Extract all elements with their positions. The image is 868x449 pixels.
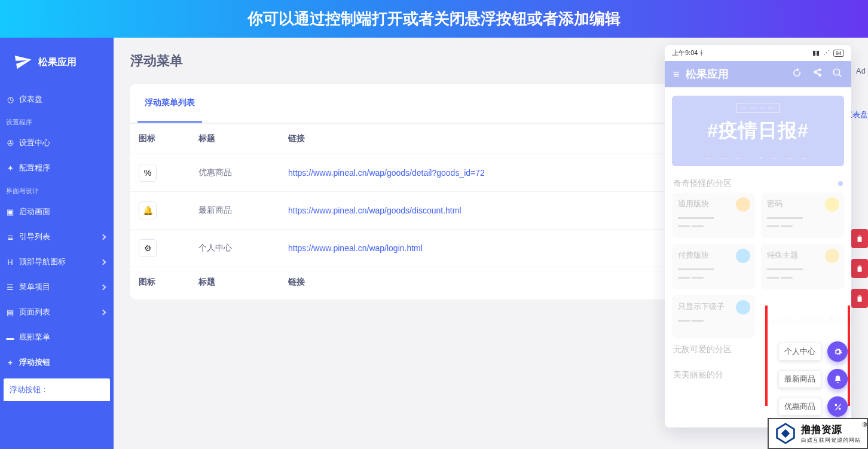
chevron-right-icon — [100, 284, 106, 290]
nav-bottom-menu[interactable]: ▬底部菜单 — [0, 325, 114, 350]
th-icon: 图标 — [130, 124, 190, 154]
cell-icon: ⚙ — [130, 230, 190, 267]
gear-icon: ⚙ — [139, 239, 157, 257]
search-icon[interactable] — [832, 68, 843, 81]
bluetooth-icon: ᚼ — [699, 49, 704, 56]
phone-statusbar: 上午9:04 ᚼ ▮▮ ⋰ 94 — [665, 45, 851, 61]
phone-card-subonly[interactable]: 只显示下级子 ▬▬ ▬▬ — [672, 295, 755, 338]
phone-card-general[interactable]: 通用版块 ▬▬▬▬▬▬▬▬ ▬▬ — [672, 193, 755, 238]
float-btn-bell[interactable] — [827, 369, 848, 389]
sliders-icon: ✇ — [6, 139, 14, 148]
tf-icon: 图标 — [130, 267, 190, 298]
nav-group-ui: 界面与设计 — [0, 181, 114, 199]
nav-group-config: 设置程序 — [0, 112, 114, 130]
badge-icon — [736, 197, 750, 212]
app-shell: 松果应用 ◷仪表盘 设置程序 ✇设置中心 ✦配置程序 界面与设计 ▣启动画面 ≣… — [0, 38, 868, 449]
sidebar: 松果应用 ◷仪表盘 设置程序 ✇设置中心 ✦配置程序 界面与设计 ▣启动画面 ≣… — [0, 38, 114, 449]
phone-card-password[interactable]: 密码 ▬▬▬▬▬▬▬▬ ▬▬ — [761, 193, 844, 238]
watermark-logo-icon — [775, 423, 796, 444]
hamburger-icon[interactable]: ≡ — [673, 68, 680, 81]
phone-topbar: ≡ 松果应用 — [665, 61, 851, 87]
float-label-personal[interactable]: 个人中心 — [778, 343, 821, 361]
chevron-right-icon — [100, 309, 106, 315]
float-btn-percent[interactable] — [827, 396, 848, 417]
nav-float-button[interactable]: +浮动按钮 — [0, 350, 114, 375]
row-link[interactable]: https://www.pineal.cn/wap/goods/detail?g… — [288, 168, 485, 178]
cell-icon: % — [130, 154, 190, 192]
nav-page-list[interactable]: ▤页面列表 — [0, 300, 114, 325]
badge-icon — [736, 249, 750, 263]
badge-icon — [825, 249, 839, 263]
phone-card-special[interactable]: 特殊主题 ▬▬▬▬▬▬▬▬ ▬▬ — [761, 244, 844, 289]
cell-icon: 🔔 — [130, 192, 190, 230]
row-link[interactable]: https://www.pineal.cn/wap/goods/discount… — [288, 206, 461, 215]
float-label-newest[interactable]: 最新商品 — [778, 370, 821, 388]
signal-icon: ▮▮ — [812, 49, 820, 57]
cell-title: 个人中心 — [190, 230, 280, 267]
tf-title: 标题 — [190, 267, 280, 298]
paper-plane-icon — [14, 52, 32, 72]
tab-float-menu-list[interactable]: 浮动菜单列表 — [137, 84, 202, 123]
percent-icon: % — [139, 164, 157, 182]
nav-dashboard[interactable]: ◷仪表盘 — [0, 87, 114, 112]
phone-hero-banner[interactable]: — — — — #疫情日报# — — — • — — — — [672, 96, 844, 166]
cell-title: 最新商品 — [190, 192, 280, 230]
nav-config-program[interactable]: ✦配置程序 — [0, 155, 114, 181]
heading-icon: H — [6, 258, 14, 267]
wifi-icon: ⋰ — [823, 49, 830, 57]
brand-name: 松果应用 — [38, 56, 77, 69]
bell-icon: 🔔 — [139, 201, 157, 219]
nav-top-nav-icon[interactable]: H顶部导航图标 — [0, 249, 114, 274]
nav-float-button-sub[interactable]: 浮动按钮： — [4, 378, 110, 401]
th-title: 标题 — [190, 124, 280, 154]
dot-icon — [838, 181, 843, 186]
plus-icon: + — [6, 358, 14, 367]
watermark-badge: 撸撸资源® 白嫖互联网资源的网站 — [768, 418, 868, 449]
top-banner: 你可以通过控制端打开或者关闭悬浮按钮或者添加编辑 — [0, 0, 868, 38]
screen-icon: ▣ — [6, 207, 14, 216]
battery-icon: 94 — [833, 50, 844, 57]
wrench-icon: ✦ — [6, 164, 14, 173]
bar-icon: ▬ — [6, 333, 14, 342]
brand[interactable]: 松果应用 — [0, 48, 114, 87]
phone-float-menu: 个人中心 最新商品 优惠商品 — [768, 338, 851, 424]
menu-icon: ☰ — [6, 283, 14, 292]
gauge-icon: ◷ — [6, 95, 14, 104]
nav-menu-items[interactable]: ☰菜单项目 — [0, 274, 114, 300]
phone-card-paid[interactable]: 付费版块 ▬▬▬▬▬▬▬▬ ▬▬ — [672, 244, 755, 289]
banner-text: 你可以通过控制端打开或者关闭悬浮按钮或者添加编辑 — [247, 8, 621, 29]
badge-icon — [736, 300, 750, 314]
cell-title: 优惠商品 — [190, 154, 280, 192]
nav-guide-list[interactable]: ≣引导列表 — [0, 224, 114, 249]
nav-settings-center[interactable]: ✇设置中心 — [0, 130, 114, 155]
badge-icon — [825, 197, 839, 212]
row-link[interactable]: https://www.pineal.cn/wap/login.html — [288, 243, 423, 253]
chevron-right-icon — [100, 234, 106, 240]
float-btn-gear[interactable] — [827, 341, 848, 362]
share-icon[interactable] — [812, 68, 823, 81]
nav-startup-screen[interactable]: ▣启动画面 — [0, 199, 114, 224]
chevron-right-icon — [100, 259, 106, 265]
phone-section-1: 奇奇怪怪的分区 — [665, 172, 851, 193]
phone-app-title: 松果应用 — [686, 67, 729, 81]
list-icon: ≣ — [6, 233, 14, 242]
pages-icon: ▤ — [6, 308, 14, 317]
float-label-discount[interactable]: 优惠商品 — [778, 398, 821, 416]
phone-preview: 上午9:04 ᚼ ▮▮ ⋰ 94 ≡ 松果应用 — — — — #疫情日报# —… — [665, 45, 851, 427]
refresh-icon[interactable] — [791, 68, 802, 81]
